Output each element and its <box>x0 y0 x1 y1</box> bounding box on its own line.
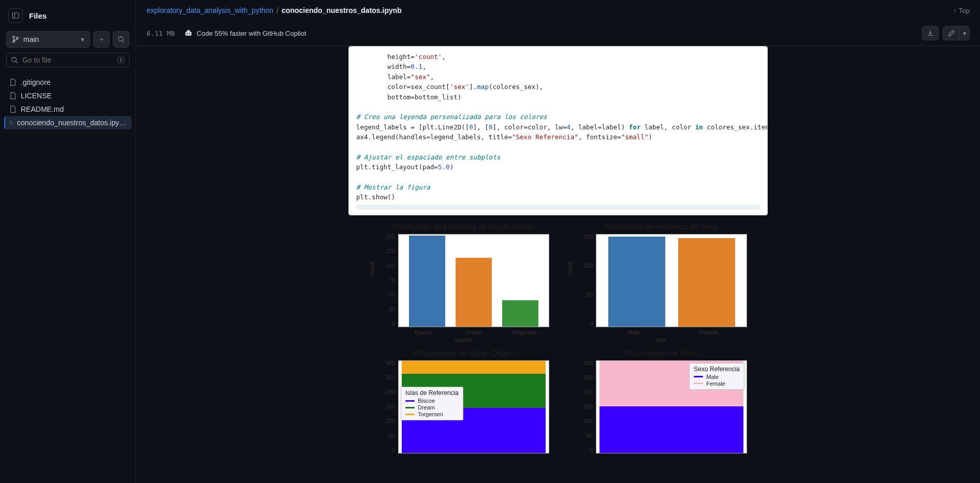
file-icon <box>9 106 17 113</box>
charts-output: Distribución de frecuencia de Isla de Or… <box>377 223 747 453</box>
svg-rect-12 <box>187 30 190 32</box>
breadcrumb-current: conociendo_nuestros_datos.ipynb <box>282 6 402 14</box>
edit-button[interactable] <box>943 26 959 40</box>
file-item[interactable]: LICENSE <box>4 89 131 103</box>
file-item[interactable]: .gitignore <box>4 76 131 89</box>
search-files-button[interactable] <box>113 31 129 48</box>
file-icon <box>9 92 17 99</box>
file-name: .gitignore <box>21 78 51 86</box>
chart-island-prop: Proporciones de Isla de Origen 300250200… <box>377 349 549 453</box>
goto-file-input[interactable] <box>22 56 113 64</box>
svg-rect-9 <box>185 32 192 36</box>
svg-point-7 <box>12 57 17 62</box>
sidebar-title: Files <box>29 11 47 20</box>
svg-point-3 <box>13 41 15 43</box>
branch-select-button[interactable]: main ▾ <box>6 31 90 48</box>
arrow-up-icon: ↑ <box>954 7 957 14</box>
file-item-active[interactable]: conociendo_nuestros_datos.ipy… <box>4 116 131 129</box>
plus-icon: ＋ <box>98 35 105 44</box>
breadcrumb: exploratory_data_analysis_with_python / … <box>136 0 980 21</box>
top-link[interactable]: ↑ Top <box>954 7 970 14</box>
goto-file-input-wrap[interactable]: t <box>6 53 129 67</box>
code-scrollbar[interactable] <box>356 204 760 210</box>
breadcrumb-parent-link[interactable]: exploratory_data_analysis_with_python <box>147 6 273 14</box>
chart-sex-prop: Proporciones de Sexo 300250200150100500 … <box>575 349 747 453</box>
pencil-icon <box>948 30 955 37</box>
code-cell: height='count', width=0.1, label="sex", … <box>348 46 768 215</box>
svg-rect-0 <box>12 13 19 19</box>
svg-line-6 <box>123 41 125 43</box>
goto-shortcut-kbd: t <box>117 56 125 64</box>
chart-island-freq: Distribución de frecuencia de Isla de Or… <box>377 223 549 344</box>
file-toolbar: 6.11 MB Code 55% faster with GitHub Copi… <box>136 21 980 46</box>
file-icon <box>9 79 17 86</box>
sidebar-toggle-button[interactable] <box>8 8 23 23</box>
file-list: .gitignore LICENSE README.md conociendo_… <box>0 72 136 133</box>
branch-name: main <box>23 35 39 43</box>
download-icon <box>927 30 934 37</box>
branch-icon <box>12 36 19 43</box>
notebook-content[interactable]: height='count', width=0.1, label="sex", … <box>136 46 980 483</box>
edit-dropdown-button[interactable]: ▾ <box>959 26 970 40</box>
copilot-link[interactable]: Code 55% faster with GitHub Copilot <box>184 29 306 37</box>
file-name: LICENSE <box>21 92 52 100</box>
main-content: exploratory_data_analysis_with_python / … <box>136 0 980 483</box>
copilot-icon <box>184 29 193 37</box>
svg-point-11 <box>189 33 190 34</box>
svg-point-4 <box>17 37 19 39</box>
svg-point-5 <box>119 37 123 41</box>
download-button[interactable] <box>922 26 939 40</box>
add-file-button[interactable]: ＋ <box>93 31 110 48</box>
svg-point-10 <box>187 33 188 34</box>
svg-point-2 <box>13 36 15 38</box>
file-name: conociendo_nuestros_datos.ipy… <box>17 119 126 127</box>
search-icon <box>11 56 18 64</box>
file-item[interactable]: README.md <box>4 103 131 116</box>
file-icon <box>9 119 13 126</box>
breadcrumb-sep: / <box>276 6 279 14</box>
svg-line-8 <box>16 62 18 63</box>
file-name: README.md <box>21 105 64 113</box>
search-icon <box>118 36 125 43</box>
file-size: 6.11 MB <box>147 30 175 37</box>
panel-icon <box>12 12 19 19</box>
chart-sex-freq: Distribución de frecuencia de Sexo count… <box>575 223 747 344</box>
chevron-down-icon: ▾ <box>963 30 967 37</box>
sidebar: Files main ▾ ＋ t .gitignore <box>0 0 136 483</box>
chevron-down-icon: ▾ <box>81 35 84 43</box>
